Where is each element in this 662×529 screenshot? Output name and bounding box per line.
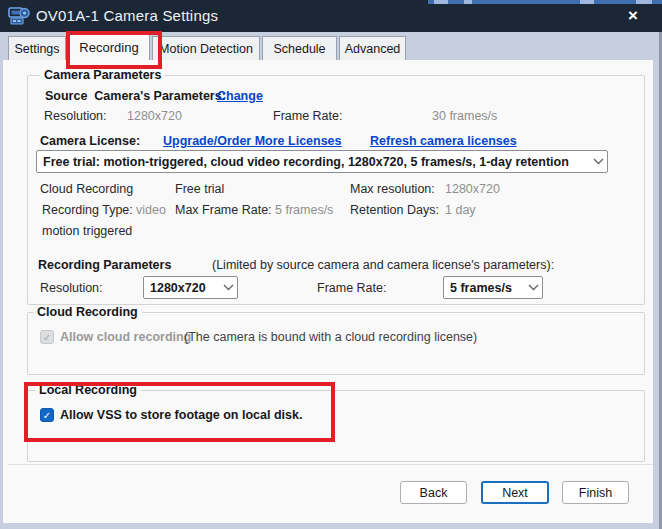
rec-frame-rate-select[interactable]: 5 frames/s [443,276,543,299]
tab-bar: Settings Recording Motion Detection Sche… [8,33,408,60]
max-resolution-label: Max resolution: [350,182,435,196]
background-window-edge-mark [434,0,448,4]
change-link[interactable]: Change [217,89,263,103]
tab-settings[interactable]: Settings [8,36,66,60]
footer-divider [8,464,653,465]
max-frame-rate-label: Max Frame Rate: [175,203,272,217]
rec-resolution-select[interactable]: 1280x720 [143,276,238,299]
allow-local-recording-checkbox[interactable]: ✓ [40,408,54,422]
retention-days-label: Retention Days: [350,203,439,217]
recording-parameters-note: (Limited by source camera and camera lic… [212,258,554,272]
license-select[interactable]: Free trial: motion-triggered, cloud vide… [36,150,608,173]
retention-days-value: 1 day [445,203,476,217]
camera-app-icon [7,4,31,28]
rec-frame-rate-label: Frame Rate: [317,281,386,295]
max-frame-rate-value: 5 frames/s [275,203,333,217]
title-bar[interactable]: OV01A-1 Camera Settings × [0,0,662,32]
tab-recording[interactable]: Recording [68,33,150,60]
rec-resolution-select-value: 1280x720 [144,281,219,295]
close-icon[interactable]: × [620,5,646,27]
source-parameters-label: Source Camera's Parameters: [45,89,226,103]
background-window-edge [428,0,662,4]
allow-local-recording-label: Allow VSS to store footage on local disk… [60,408,302,422]
camera-parameters-group-label: Camera Parameters [40,68,165,82]
next-button[interactable]: Next [481,481,549,504]
camera-settings-dialog: OV01A-1 Camera Settings × Settings Recor… [0,0,662,529]
source-resolution-value: 1280x720 [127,109,182,123]
tab-motion-detection[interactable]: Motion Detection [152,36,260,60]
refresh-licenses-link[interactable]: Refresh camera licenses [370,134,517,148]
allow-cloud-recording-note: (The camera is bound with a cloud record… [184,330,477,344]
source-frame-rate-value: 30 frames/s [432,109,497,123]
upgrade-licenses-link[interactable]: Upgrade/Order More Licenses [163,134,342,148]
background-window-edge-mark [464,0,472,4]
window-title: OV01A-1 Camera Settings [36,7,218,24]
rec-resolution-label: Resolution: [40,281,103,295]
back-button[interactable]: Back [400,481,467,504]
camera-license-label: Camera License: [40,134,140,148]
tab-schedule[interactable]: Schedule [262,36,337,60]
cloud-recording-info-value: Free trial [175,182,224,196]
source-frame-rate-label: Frame Rate: [273,109,342,123]
tab-advanced[interactable]: Advanced [339,36,406,60]
recording-parameters-label: Recording Parameters [38,258,171,272]
cloud-recording-info-label: Cloud Recording [40,182,133,196]
chevron-down-icon [219,284,237,291]
recording-type-label: Recording Type: [42,203,133,217]
local-recording-group-label: Local Recording [35,383,141,397]
license-select-value: Free trial: motion-triggered, cloud vide… [37,155,589,169]
background-window-edge-mark [636,0,652,4]
finish-button[interactable]: Finish [562,481,629,504]
trigger-mode-value: motion triggered [42,224,132,238]
chevron-down-icon [524,284,542,291]
allow-cloud-recording-label: Allow cloud recording [60,330,191,344]
recording-type-value: video [136,203,166,217]
local-recording-group [27,390,645,462]
source-resolution-label: Resolution: [44,109,107,123]
chevron-down-icon [589,158,607,165]
cloud-recording-group-label: Cloud Recording [33,305,142,319]
background-window-edge-mark [580,0,594,4]
rec-frame-rate-select-value: 5 frames/s [444,281,524,295]
max-resolution-value: 1280x720 [445,182,500,196]
allow-cloud-recording-checkbox: ✓ [40,330,54,344]
